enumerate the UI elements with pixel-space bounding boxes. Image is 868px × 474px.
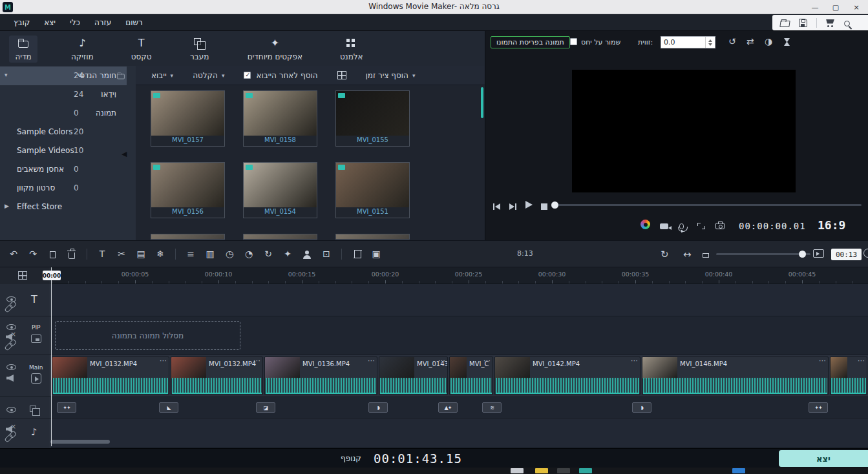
keep-ratio-checkbox[interactable] [570,38,577,45]
sidebar-item-5[interactable]: אחסן משאבים0 [0,160,127,179]
effects-track-lane[interactable]: ✦✦◣◪◗▲✦≋◗✦✦ [50,397,868,418]
sidebar-item-3[interactable]: Sample Colors20 [0,123,127,141]
sidebar-item-0[interactable]: ▾חומר הנדסי24 [0,67,127,85]
transition-icon[interactable]: ✦✦ [809,402,828,413]
snapshot-icon[interactable] [715,220,725,232]
freeze-frame-icon[interactable]: ❄ [151,245,170,262]
clip-menu-icon[interactable]: ⋯ [631,356,638,365]
media-item-partial[interactable] [243,234,317,240]
add-to-timeline-button[interactable]: הוסף ציר זמן ▾ [366,71,416,80]
timeline-ruler[interactable]: 00:00:0500:00:1000:00:1500:00:2000:00:25… [0,267,868,284]
eye-icon[interactable] [6,403,16,415]
crop-icon[interactable] [347,245,366,262]
music-track-lane[interactable] [50,418,868,448]
timeline-clip[interactable]: ⋯ [830,356,867,395]
adjust-icon[interactable]: ≡ [181,245,200,262]
add-after-import-checkbox[interactable]: הוסף לאחר הייבוא [244,71,317,80]
tab-transition[interactable]: מעבר [185,36,214,63]
delete-icon[interactable] [62,245,81,262]
previous-frame-button[interactable] [493,200,501,212]
clip-menu-icon[interactable]: ⋯ [253,356,260,365]
zoom-slider-handle[interactable] [799,251,806,258]
audio-mixer-icon[interactable]: ▥ [200,245,220,262]
copy-icon[interactable] [43,245,62,262]
record-button[interactable]: הקלטה ▾ [193,71,224,80]
media-item-partial[interactable] [151,234,225,240]
camera-icon[interactable] [660,220,668,232]
tab-text[interactable]: Tטקסט [127,36,156,63]
reset-transform-icon[interactable]: ↺ [728,36,736,46]
clock-icon[interactable] [863,249,868,260]
render-preview-icon[interactable]: ↻ [661,249,669,260]
taskbar-app-5[interactable] [732,468,745,473]
cart-icon[interactable] [826,19,835,27]
media-item[interactable]: MVI_0157 [151,90,225,147]
export-button[interactable]: יצא [779,450,868,467]
transition-icon[interactable]: ◗ [368,402,388,413]
sidebar-item-6[interactable]: סרטון מקוון0 [0,179,127,198]
menu-item-0[interactable]: קובץ [6,15,37,30]
timeline-clip[interactable]: MVI_0132.MP4⋯ [171,356,263,395]
tab-music[interactable]: ♪מוזיקה [67,36,98,63]
media-item[interactable]: MVI_0156 [151,162,225,218]
expand-down-icon[interactable]: ▾ [5,72,8,78]
media-item-partial[interactable] [335,234,410,240]
zoom-slider[interactable] [716,253,810,255]
effects-star-icon[interactable]: ✦ [278,245,297,262]
preview-seekbar[interactable] [553,204,862,206]
tab-media[interactable]: מדיה [9,36,37,63]
timeline-clip[interactable]: MVI_0132.MP4⋯ [52,356,169,395]
pip-edit-icon[interactable]: ▣ [366,245,386,262]
main-track-lane[interactable]: שקט MVI_0132.MP4⋯MVI_0132.MP4⋯MVI_0136.M… [50,355,868,397]
seekbar-handle[interactable] [551,201,558,209]
maximize-button[interactable]: ▢ [825,0,846,14]
track-manager-icon[interactable] [18,271,27,280]
clip-menu-icon[interactable]: ⋯ [819,356,826,365]
lock-link-icon[interactable] [6,340,11,353]
add-text-icon[interactable]: T [92,245,112,262]
clip-menu-icon[interactable]: ⋯ [368,356,375,365]
preview-frame-icon[interactable] [813,249,824,260]
next-frame-button[interactable] [509,200,516,212]
rotate-icon[interactable]: ↻ [259,245,278,262]
search-icon[interactable] [844,21,850,26]
microphone-icon[interactable] [679,220,684,232]
expand-right-icon[interactable]: ▶ [5,203,9,209]
media-item[interactable]: MVI_0151 [335,162,410,218]
media-item[interactable]: MVI_0154 [243,162,317,218]
tab-elements[interactable]: אלמנט [336,36,367,63]
angle-spinner[interactable] [705,37,715,48]
fullscreen-icon[interactable] [697,220,705,232]
chroma-key-icon[interactable]: ⊡ [317,245,336,262]
undo-icon[interactable]: ↶ [4,245,23,262]
media-item[interactable]: MVI_0158 [243,90,317,147]
open-project-icon[interactable] [779,21,790,27]
spinner-down-icon[interactable] [708,43,712,46]
menu-item-2[interactable]: כלי [63,15,87,30]
transition-icon[interactable]: ▲✦ [438,402,458,413]
timeline-clip[interactable]: MVI_0136.MP4⋯ [264,356,377,395]
play-button[interactable] [525,199,533,211]
collapse-sidebar-icon[interactable]: ◀ [122,150,127,158]
thumbnail-view-icon[interactable] [337,71,346,79]
color-wheel-icon[interactable] [640,220,650,232]
sidebar-item-4[interactable]: Sample Videos10 [0,141,127,160]
taskbar-app-4[interactable] [579,468,592,473]
detach-audio-icon[interactable]: ▤ [131,245,151,262]
clip-menu-icon[interactable]: ⋯ [483,356,491,365]
lock-link-icon[interactable] [6,431,11,445]
angle-input[interactable] [661,37,705,48]
media-item[interactable]: MVI_0155 [335,90,410,147]
taskbar-app-2[interactable] [535,468,548,473]
eye-icon[interactable] [6,360,16,373]
taskbar-app-3[interactable] [557,468,570,473]
sidebar-item-1[interactable]: וִידֵאוֹ24 [0,85,127,104]
duration-icon[interactable]: ◷ [220,245,239,262]
minimize-button[interactable]: — [805,0,825,14]
sidebar-item-7[interactable]: ▶Effect Store [0,198,127,216]
menu-item-4[interactable]: רשום [118,15,150,30]
speaker-icon[interactable] [6,372,14,384]
horizontal-scrollbar[interactable] [50,440,110,444]
lock-link-icon[interactable] [6,302,11,315]
motion-track-icon[interactable] [297,245,317,262]
